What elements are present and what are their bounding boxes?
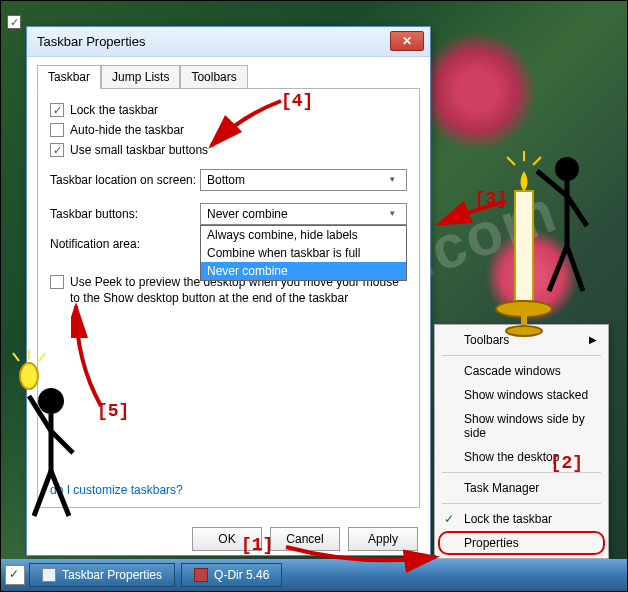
window-icon <box>42 568 56 582</box>
small-buttons-label: Use small taskbar buttons <box>70 143 208 157</box>
cancel-button[interactable]: Cancel <box>270 527 340 551</box>
menu-taskmanager[interactable]: Task Manager <box>438 476 605 500</box>
location-combobox[interactable]: Bottom ▾ <box>200 169 407 191</box>
dropdown-option[interactable]: Combine when taskbar is full <box>201 244 406 262</box>
check-icon: ✓ <box>444 512 454 526</box>
menu-separator <box>442 472 601 473</box>
svg-line-13 <box>567 196 587 226</box>
svg-point-19 <box>506 326 542 336</box>
taskbar-buttons-value: Never combine <box>207 207 288 221</box>
svg-line-15 <box>567 246 583 291</box>
svg-line-7 <box>13 353 19 361</box>
svg-line-3 <box>51 431 73 453</box>
svg-point-0 <box>38 388 64 414</box>
taskbar: Taskbar Properties Q-Dir 5.46 <box>1 559 627 591</box>
peek-checkbox[interactable] <box>50 275 64 289</box>
autohide-label: Auto-hide the taskbar <box>70 123 184 137</box>
svg-line-8 <box>39 353 45 361</box>
dialog-title: Taskbar Properties <box>37 34 145 49</box>
chevron-down-icon: ▾ <box>390 208 402 220</box>
start-button[interactable] <box>5 565 25 585</box>
tab-toolbars[interactable]: Toolbars <box>180 65 247 89</box>
menu-sidebyside[interactable]: Show windows side by side <box>438 407 605 445</box>
stickfigure-idea-icon <box>9 341 99 531</box>
svg-line-22 <box>533 157 541 165</box>
location-label: Taskbar location on screen: <box>50 173 200 187</box>
apply-button[interactable]: Apply <box>348 527 418 551</box>
close-button[interactable]: ✕ <box>390 31 424 51</box>
close-icon: ✕ <box>402 34 412 48</box>
svg-line-4 <box>34 471 51 516</box>
tab-jumplists[interactable]: Jump Lists <box>101 65 180 89</box>
svg-point-6 <box>20 363 38 389</box>
location-value: Bottom <box>207 173 245 187</box>
app-icon <box>194 568 208 582</box>
svg-rect-16 <box>515 191 533 301</box>
svg-line-5 <box>51 471 69 516</box>
svg-rect-18 <box>521 309 527 327</box>
dropdown-option-selected[interactable]: Never combine <box>201 262 406 280</box>
svg-line-21 <box>507 157 515 165</box>
stickfigure-candle-icon <box>477 131 597 371</box>
ok-button[interactable]: OK <box>192 527 262 551</box>
menu-stacked[interactable]: Show windows stacked <box>438 383 605 407</box>
dropdown-option[interactable]: Always combine, hide labels <box>201 226 406 244</box>
stray-checkbox[interactable]: ✓ <box>7 15 21 29</box>
autohide-checkbox[interactable] <box>50 123 64 137</box>
taskbar-button[interactable]: Q-Dir 5.46 <box>181 563 282 587</box>
titlebar: Taskbar Properties ✕ <box>27 27 430 57</box>
tab-bar: Taskbar Jump Lists Toolbars <box>27 57 430 89</box>
menu-lock-taskbar[interactable]: ✓ Lock the taskbar <box>438 507 605 531</box>
taskbar-buttons-dropdown: Always combine, hide labels Combine when… <box>200 225 407 281</box>
lock-taskbar-label: Lock the taskbar <box>70 103 158 117</box>
taskbar-buttons-combobox[interactable]: Never combine ▾ Always combine, hide lab… <box>200 203 407 225</box>
svg-point-10 <box>555 157 579 181</box>
menu-properties[interactable]: Properties <box>438 531 605 555</box>
taskbar-button[interactable]: Taskbar Properties <box>29 563 175 587</box>
lock-taskbar-checkbox[interactable] <box>50 103 64 117</box>
menu-separator <box>442 503 601 504</box>
notification-area-label: Notification area: <box>50 237 200 251</box>
svg-line-14 <box>549 246 567 291</box>
small-buttons-checkbox[interactable] <box>50 143 64 157</box>
menu-showdesktop[interactable]: Show the desktop <box>438 445 605 469</box>
taskbar-buttons-label: Taskbar buttons: <box>50 207 200 221</box>
chevron-down-icon: ▾ <box>390 174 402 186</box>
tab-taskbar[interactable]: Taskbar <box>37 65 101 89</box>
